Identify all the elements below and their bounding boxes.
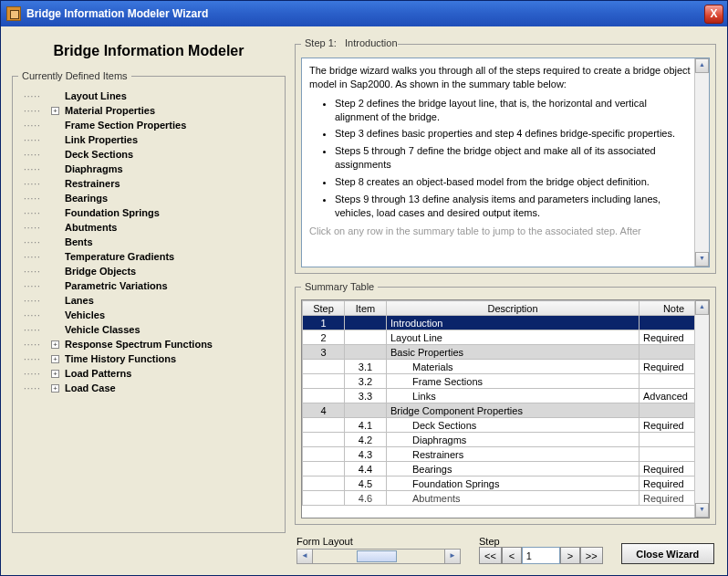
tree-item-label: Material Properties <box>63 105 155 116</box>
tree-item-label: Vehicle Classes <box>63 324 140 335</box>
intro-cutoff-line: Click on any row in the summary table to… <box>309 225 692 238</box>
col-item[interactable]: Item <box>345 301 387 316</box>
tree-item[interactable]: ·····Restrainers <box>20 176 279 191</box>
content-area: Bridge Information Modeler Currently Def… <box>1 26 727 575</box>
form-layout-thumb[interactable] <box>357 550 397 562</box>
page-title: Bridge Information Modeler <box>12 37 286 70</box>
form-layout-control: Form Layout ◄ ► <box>296 536 461 564</box>
table-scrollbar[interactable]: ▲ ▼ <box>694 300 709 518</box>
summary-table-wrap: Step Item Description Note 1Introduction… <box>301 299 710 518</box>
table-row[interactable]: 4.5Foundation SpringsRequired <box>303 477 709 491</box>
tree-view[interactable]: ·····Layout Lines·····+Material Properti… <box>18 89 279 527</box>
tree-expander-icon[interactable]: + <box>51 340 59 349</box>
table-row[interactable]: 4.2Diaphragms <box>303 433 709 447</box>
tree-item[interactable]: ·····Link Properties <box>20 132 279 147</box>
tree-item-label: Time History Functions <box>63 353 176 364</box>
intro-bullet: Step 2 defines the bridge layout line, t… <box>335 97 692 124</box>
table-scroll-down-button[interactable]: ▼ <box>695 503 709 518</box>
tree-item[interactable]: ·····+Time History Functions <box>20 351 279 366</box>
window-frame: Bridge Information Modeler Wizard X Brid… <box>0 0 728 576</box>
titlebar: Bridge Information Modeler Wizard X <box>1 1 727 26</box>
col-step[interactable]: Step <box>303 301 345 316</box>
tree-item-label: Vehicles <box>63 309 105 320</box>
summary-legend: Summary Table <box>301 281 378 292</box>
form-layout-label: Form Layout <box>296 536 461 547</box>
tree-item[interactable]: ·····+Response Spectrum Functions <box>20 337 279 351</box>
tree-item[interactable]: ·····Lanes <box>20 293 279 308</box>
tree-item[interactable]: ·····Bearings <box>20 191 279 205</box>
tree-item-label: Foundation Springs <box>63 207 160 218</box>
intro-bullet: Steps 9 through 13 define analysis items… <box>335 193 692 220</box>
tree-expander-icon[interactable]: + <box>51 370 59 378</box>
step-number-label: Step 1: <box>305 37 337 48</box>
table-row[interactable]: 4Bridge Component Properties <box>303 403 709 418</box>
tree-item[interactable]: ·····+Load Case <box>20 381 279 395</box>
table-row[interactable]: 3.2Frame Sections <box>303 374 709 389</box>
tree-item-label: Temperature Gradients <box>63 251 174 262</box>
tree-item-label: Abutments <box>63 222 117 233</box>
tree-item-label: Response Spectrum Functions <box>63 339 213 350</box>
tree-item-label: Load Patterns <box>63 368 131 379</box>
intro-scrollbar[interactable]: ▲ ▼ <box>694 58 709 267</box>
summary-group: Summary Table Step Item Description Note… <box>295 281 716 525</box>
bottom-bar: Form Layout ◄ ► Step << < <box>295 532 716 570</box>
table-row[interactable]: 4.6AbutmentsRequired <box>303 491 709 506</box>
tree-item[interactable]: ·····Bridge Objects <box>20 264 279 278</box>
table-scroll-up-button[interactable]: ▲ <box>695 300 709 315</box>
tree-item[interactable]: ·····Vehicles <box>20 308 279 322</box>
col-description[interactable]: Description <box>387 301 640 316</box>
scroll-up-button[interactable]: ▲ <box>695 58 709 73</box>
step-title-label: Introduction <box>345 37 397 48</box>
tree-item[interactable]: ·····Frame Section Properties <box>20 118 279 132</box>
table-row[interactable]: 4.3Restrainers <box>303 447 709 462</box>
window-title: Bridge Information Modeler Wizard <box>26 7 208 20</box>
tree-item[interactable]: ·····Bents <box>20 235 279 249</box>
step-navigator: Step << < > >> <box>479 536 603 564</box>
table-row[interactable]: 3Basic Properties <box>303 345 709 360</box>
table-row[interactable]: 4.1Deck SectionsRequired <box>303 418 709 433</box>
intro-paragraph: The bridge wizard walks you through all … <box>309 64 692 91</box>
window-close-button[interactable]: X <box>704 5 723 24</box>
intro-bullet: Steps 5 through 7 define the bridge obje… <box>335 144 692 172</box>
tree-item[interactable]: ·····Deck Sections <box>20 147 279 162</box>
tree-item[interactable]: ·····+Material Properties <box>20 103 279 118</box>
table-row[interactable]: 4.4BearingsRequired <box>303 462 709 477</box>
summary-table[interactable]: Step Item Description Note 1Introduction… <box>302 300 709 506</box>
app-icon <box>6 6 21 21</box>
table-row[interactable]: 2Layout LineRequired <box>303 330 709 345</box>
intro-bullet: Step 3 defines basic properties and step… <box>335 127 692 141</box>
tree-legend: Currently Defined Items <box>18 70 131 81</box>
table-row[interactable]: 3.3LinksAdvanced <box>303 389 709 403</box>
tree-expander-icon[interactable]: + <box>51 355 59 363</box>
table-row[interactable]: 3.1MaterialsRequired <box>303 360 709 374</box>
tree-item[interactable]: ·····Vehicle Classes <box>20 322 279 337</box>
tree-expander-icon[interactable]: + <box>51 107 59 115</box>
step-prev-button[interactable]: < <box>502 547 522 564</box>
tree-item-label: Load Case <box>63 382 116 393</box>
tree-item-label: Diaphragms <box>63 163 123 174</box>
table-row[interactable]: 1Introduction <box>303 316 709 330</box>
tree-item-label: Bridge Objects <box>63 266 136 277</box>
tree-item[interactable]: ·····Temperature Gradients <box>20 249 279 264</box>
tree-item[interactable]: ·····Foundation Springs <box>20 205 279 220</box>
tree-item[interactable]: ·····Parametric Variations <box>20 278 279 293</box>
tree-item[interactable]: ·····Layout Lines <box>20 89 279 103</box>
step-input[interactable] <box>522 547 560 564</box>
step-next-button[interactable]: > <box>560 547 580 564</box>
step-last-button[interactable]: >> <box>580 547 603 564</box>
form-layout-scrollbar[interactable]: ◄ ► <box>296 549 461 564</box>
scroll-down-button[interactable]: ▼ <box>695 252 709 267</box>
tree-item-label: Lanes <box>63 295 94 306</box>
intro-bullets: Step 2 defines the bridge layout line, t… <box>335 97 692 220</box>
step-legend: Step 1: Introduction <box>301 37 398 50</box>
step-first-button[interactable]: << <box>479 547 502 564</box>
form-layout-right-button[interactable]: ► <box>444 550 460 563</box>
step-label: Step <box>479 536 603 547</box>
tree-expander-icon[interactable]: + <box>51 384 59 393</box>
tree-item[interactable]: ·····Diaphragms <box>20 162 279 176</box>
form-layout-left-button[interactable]: ◄ <box>297 550 313 563</box>
close-wizard-button[interactable]: Close Wizard <box>621 543 714 564</box>
tree-item[interactable]: ·····Abutments <box>20 220 279 235</box>
tree-item[interactable]: ·····+Load Patterns <box>20 366 279 381</box>
tree-item-label: Bents <box>63 236 93 247</box>
